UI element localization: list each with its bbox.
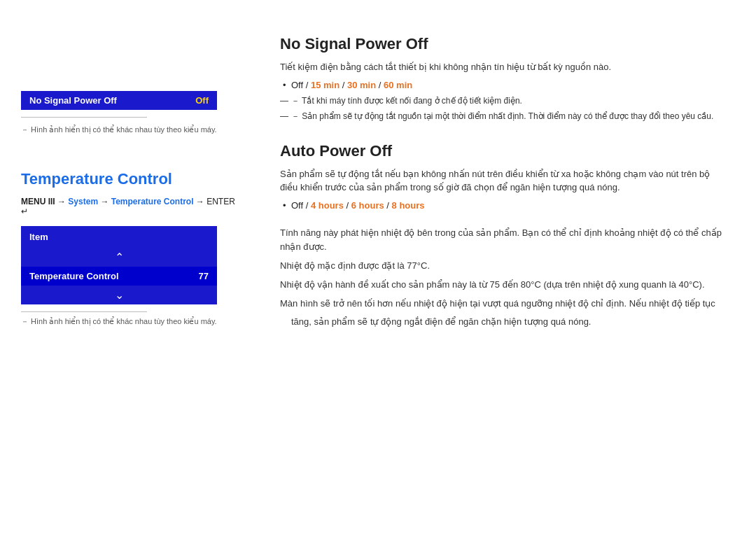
auto-sep2: / — [344, 200, 351, 211]
sep1: / — [303, 80, 311, 90]
no-signal-heading: No Signal Power Off — [280, 35, 728, 53]
temp-control-section: Temperature Control MENU III → System → … — [21, 170, 238, 327]
auto-power-options: Off / 4 hours / 6 hours / 8 hours — [280, 200, 728, 211]
tv-menu-selected-item[interactable]: Temperature Control 77 — [21, 267, 217, 286]
temp-desc2: Nhiệt độ mặc định được đặt là 77°C. — [280, 259, 728, 274]
auto-opt-8h: 8 hours — [392, 200, 425, 211]
menu-divider — [21, 117, 147, 118]
no-signal-dash2: － Sản phẩm sẽ tự động tắt nguồn tại một … — [280, 110, 728, 122]
no-signal-note: － Hình ảnh hiển thị có thể khác nhau tùy… — [21, 125, 217, 135]
menu-path-tempname: Temperature Control — [111, 197, 194, 206]
opt-15min: 15 min — [311, 80, 340, 90]
temp-note: － Hình ảnh hiển thị có thể khác nhau tùy… — [21, 316, 238, 327]
no-signal-options: Off / 15 min / 30 min / 60 min — [280, 80, 728, 90]
menu-path: MENU III → System → Temperature Control … — [21, 197, 238, 216]
auto-power-content: Auto Power Off Sản phẩm sẽ tự động tắt n… — [280, 142, 728, 211]
opt-30min: 30 min — [347, 80, 376, 90]
temp-desc3: Nhiệt độ vận hành đề xuất cho sản phẩm n… — [280, 278, 728, 293]
auto-opt-4h: 4 hours — [311, 200, 344, 211]
temp-desc4-line2: tăng, sản phẩm sẽ tự động ngắt điện để n… — [280, 315, 728, 330]
tv-menu-widget: Item ⌃ Temperature Control 77 ⌄ — [21, 226, 217, 304]
menu-path-arrow2: → — [98, 197, 111, 206]
sep2: / — [340, 80, 347, 90]
tv-menu-arrow-down[interactable]: ⌄ — [21, 286, 217, 304]
left-panel: No Signal Power Off Off － Hình ảnh hiển … — [0, 21, 259, 513]
sep3: / — [376, 80, 384, 90]
temp-desc4-text1: Màn hình sẽ trở nên tối hơn nếu nhiệt độ… — [280, 298, 715, 309]
tv-menu-item-label: Item — [29, 232, 48, 242]
no-signal-desc: Tiết kiệm điện bằng cách tắt thiết bị kh… — [280, 60, 728, 74]
auto-power-heading: Auto Power Off — [280, 142, 728, 160]
tv-menu-header: Item — [21, 226, 217, 248]
no-signal-label: No Signal Power Off — [29, 95, 117, 106]
no-signal-widget: No Signal Power Off Off － Hình ảnh hiển … — [21, 91, 217, 135]
menu-path-system: System — [68, 197, 98, 206]
opt-off: Off — [291, 80, 303, 90]
menu-path-icon: III — [48, 197, 55, 206]
temp-section-title: Temperature Control — [21, 170, 238, 188]
menu-path-menu: MENU — [21, 197, 48, 206]
tv-menu-arrow-up[interactable]: ⌃ — [21, 248, 217, 267]
auto-sep1: / — [303, 200, 311, 211]
right-panel: No Signal Power Off Tiết kiệm điện bằng … — [259, 21, 756, 513]
tv-menu-selected-value: 77 — [199, 271, 209, 281]
temp-content: Tính năng này phát hiện nhiệt độ bên tro… — [280, 226, 728, 330]
auto-power-desc: Sản phẩm sẽ tự động tắt nếu bạn không nh… — [280, 167, 728, 195]
auto-opt-6h: 6 hours — [351, 200, 384, 211]
tv-menu-selected-label: Temperature Control — [29, 271, 119, 281]
no-signal-content: No Signal Power Off Tiết kiệm điện bằng … — [280, 35, 728, 122]
temp-divider — [21, 311, 147, 312]
opt-60min: 60 min — [384, 80, 412, 90]
no-signal-dash1: － Tắt khi máy tính được kết nối đang ở c… — [280, 94, 728, 107]
auto-opt-off: Off — [291, 200, 303, 211]
auto-sep3: / — [384, 200, 392, 211]
menu-path-arrow1: → — [55, 197, 69, 206]
no-signal-menu-item[interactable]: No Signal Power Off Off — [21, 91, 217, 110]
temp-desc4-line1: Màn hình sẽ trở nên tối hơn nếu nhiệt độ… — [280, 297, 728, 311]
no-signal-value: Off — [195, 95, 209, 106]
temp-desc1: Tính năng này phát hiện nhiệt độ bên tro… — [280, 226, 728, 255]
